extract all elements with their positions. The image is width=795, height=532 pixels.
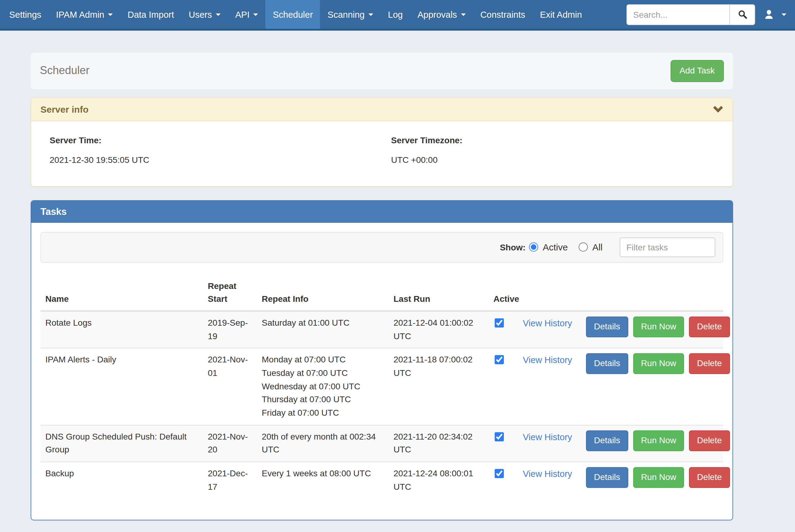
task-name-cell: DNS Group Scheduled Push: Default Group bbox=[40, 425, 203, 462]
caret-down-icon bbox=[253, 13, 258, 16]
details-button[interactable]: Details bbox=[586, 317, 628, 337]
task-active-cell bbox=[489, 462, 518, 499]
nav-item-log[interactable]: Log bbox=[381, 0, 410, 29]
task-last-run-cell: 2021-12-04 01:00:02 UTC bbox=[389, 311, 489, 348]
task-row: IPAM Alerts - Daily 2021-Nov-01 Monday a… bbox=[40, 348, 723, 425]
tasks-table: Name Repeat Start Repeat Info Last Run A… bbox=[40, 275, 723, 499]
delete-button[interactable]: Delete bbox=[689, 354, 730, 374]
server-timezone-value: UTC +00:00 bbox=[391, 155, 714, 165]
run-now-button[interactable]: Run Now bbox=[633, 430, 684, 451]
caret-down-icon bbox=[460, 13, 466, 16]
show-all-radio[interactable] bbox=[579, 243, 588, 252]
task-row: Rotate Logs 2019-Sep-19 Saturday at 01:0… bbox=[40, 311, 723, 348]
caret-down-icon bbox=[368, 13, 373, 16]
task-repeat-info-cell: Monday at 07:00 UTCTuesday at 07:00 UTCW… bbox=[257, 348, 389, 425]
run-now-button[interactable]: Run Now bbox=[633, 467, 684, 488]
user-caret-icon bbox=[781, 13, 787, 16]
view-history-link[interactable]: View History bbox=[523, 469, 572, 479]
caret-down-icon bbox=[215, 13, 220, 16]
task-repeat-start-cell: 2021-Nov-01 bbox=[203, 348, 257, 425]
page: Settings IPAM Admin Data Import Users AP… bbox=[0, 0, 795, 532]
nav-item-api[interactable]: API bbox=[228, 0, 266, 29]
chevron-down-icon[interactable] bbox=[713, 106, 723, 113]
task-active-checkbox[interactable] bbox=[495, 318, 504, 327]
tasks-panel-title: Tasks bbox=[31, 201, 733, 223]
task-name-cell: Rotate Logs bbox=[40, 311, 203, 348]
task-repeat-start-cell: 2021-Nov-20 bbox=[203, 425, 257, 462]
tasks-filter-bar: Show: Active All bbox=[40, 232, 723, 263]
show-active-radio[interactable] bbox=[529, 243, 539, 252]
task-history-cell: View History bbox=[518, 425, 581, 462]
task-row: Backup 2021-Dec-17 Every 1 weeks at 08:0… bbox=[40, 462, 723, 499]
delete-button[interactable]: Delete bbox=[689, 467, 730, 488]
task-history-cell: View History bbox=[518, 462, 581, 499]
column-header-repeat-start: Repeat Start bbox=[203, 275, 257, 311]
task-actions-cell: Details Run Now Delete bbox=[581, 311, 723, 348]
task-actions-cell: Details Run Now Delete bbox=[581, 425, 723, 462]
nav-item-scanning[interactable]: Scanning bbox=[320, 0, 381, 29]
show-label: Show: bbox=[500, 243, 526, 252]
column-header-name: Name bbox=[40, 275, 203, 311]
server-timezone-block: Server Timezone: UTC +00:00 bbox=[382, 130, 723, 165]
task-active-cell bbox=[489, 425, 518, 462]
task-active-checkbox[interactable] bbox=[495, 432, 504, 441]
tasks-table-header-row: Name Repeat Start Repeat Info Last Run A… bbox=[40, 275, 723, 311]
navbar-right bbox=[627, 0, 787, 29]
column-header-last-run: Last Run bbox=[389, 275, 489, 311]
server-timezone-label: Server Timezone: bbox=[391, 135, 714, 145]
delete-button[interactable]: Delete bbox=[689, 430, 730, 451]
navbar-search bbox=[627, 4, 755, 25]
task-history-cell: View History bbox=[518, 311, 581, 348]
filter-tasks-input[interactable] bbox=[620, 238, 715, 257]
details-button[interactable]: Details bbox=[586, 430, 628, 451]
task-repeat-start-cell: 2019-Sep-19 bbox=[203, 311, 257, 348]
view-history-link[interactable]: View History bbox=[523, 355, 572, 365]
show-active-radio-group[interactable]: Active bbox=[529, 242, 568, 252]
task-history-cell: View History bbox=[518, 348, 581, 425]
nav-item-ipam-admin[interactable]: IPAM Admin bbox=[49, 0, 120, 29]
nav-item-approvals[interactable]: Approvals bbox=[410, 0, 473, 29]
top-navbar: Settings IPAM Admin Data Import Users AP… bbox=[0, 0, 795, 31]
add-task-button[interactable]: Add Task bbox=[670, 60, 724, 82]
task-active-checkbox[interactable] bbox=[495, 469, 504, 478]
delete-button[interactable]: Delete bbox=[689, 317, 730, 337]
nav-item-scheduler[interactable]: Scheduler bbox=[266, 0, 320, 29]
task-actions-cell: Details Run Now Delete bbox=[581, 462, 723, 499]
task-repeat-info-cell: Saturday at 01:00 UTC bbox=[257, 311, 389, 348]
details-button[interactable]: Details bbox=[586, 467, 628, 488]
task-active-checkbox[interactable] bbox=[495, 355, 504, 365]
main-container: Scheduler Add Task Server info Server Ti… bbox=[31, 53, 733, 521]
search-button[interactable] bbox=[729, 4, 755, 25]
task-active-cell bbox=[489, 311, 518, 348]
nav-item-constraints[interactable]: Constraints bbox=[473, 0, 532, 29]
show-all-radio-group[interactable]: All bbox=[579, 242, 602, 252]
task-last-run-cell: 2021-12-24 08:00:01 UTC bbox=[389, 462, 489, 499]
nav-item-settings[interactable]: Settings bbox=[2, 0, 49, 29]
task-repeat-start-cell: 2021-Dec-17 bbox=[203, 462, 257, 499]
nav-items: Settings IPAM Admin Data Import Users AP… bbox=[2, 0, 589, 29]
server-time-value: 2021-12-30 19:55:05 UTC bbox=[50, 155, 373, 165]
run-now-button[interactable]: Run Now bbox=[633, 317, 684, 337]
view-history-link[interactable]: View History bbox=[523, 432, 572, 442]
user-menu[interactable] bbox=[764, 9, 787, 20]
task-row: DNS Group Scheduled Push: Default Group … bbox=[40, 425, 723, 462]
view-history-link[interactable]: View History bbox=[523, 318, 572, 328]
nav-item-data-import[interactable]: Data Import bbox=[120, 0, 181, 29]
page-header-panel: Scheduler Add Task bbox=[31, 53, 733, 89]
show-active-label: Active bbox=[543, 242, 568, 252]
nav-item-users[interactable]: Users bbox=[181, 0, 228, 29]
user-icon bbox=[764, 9, 774, 20]
column-header-actions-spacer bbox=[581, 275, 723, 311]
task-actions-cell: Details Run Now Delete bbox=[581, 348, 723, 425]
nav-item-exit-admin[interactable]: Exit Admin bbox=[532, 0, 589, 29]
search-icon bbox=[738, 10, 747, 19]
task-active-cell bbox=[489, 348, 518, 425]
server-info-heading[interactable]: Server info bbox=[31, 98, 733, 121]
column-header-history-spacer bbox=[518, 275, 581, 311]
run-now-button[interactable]: Run Now bbox=[633, 354, 684, 374]
server-time-label: Server Time: bbox=[50, 135, 373, 145]
details-button[interactable]: Details bbox=[586, 354, 628, 374]
task-name-cell: Backup bbox=[40, 462, 203, 499]
search-input[interactable] bbox=[627, 4, 729, 25]
tasks-panel: Tasks Show: Active All bbox=[31, 200, 733, 521]
